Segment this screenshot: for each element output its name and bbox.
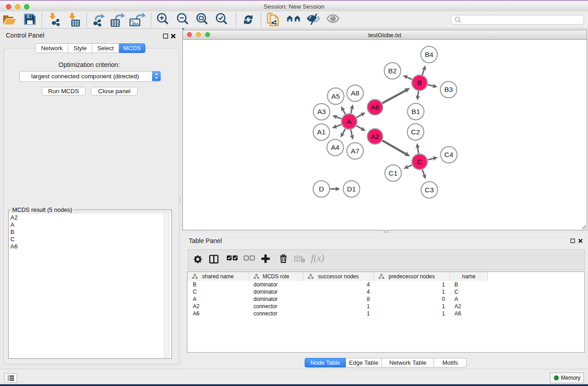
- svg-text:A4: A4: [331, 143, 339, 151]
- svg-text:A6: A6: [371, 103, 379, 111]
- svg-text:B1: B1: [411, 108, 420, 115]
- svg-text:B4: B4: [425, 51, 434, 58]
- svg-text:A1: A1: [317, 128, 326, 136]
- svg-text:B2: B2: [388, 67, 397, 75]
- svg-text:A3: A3: [317, 108, 326, 115]
- svg-text:A: A: [347, 118, 352, 125]
- svg-text:A7: A7: [351, 147, 359, 155]
- svg-text:B: B: [417, 79, 422, 86]
- svg-text:A5: A5: [331, 92, 340, 100]
- svg-text:D: D: [319, 185, 324, 193]
- svg-text:A2: A2: [371, 133, 379, 140]
- svg-text:A8: A8: [351, 89, 359, 97]
- svg-text:B3: B3: [445, 86, 453, 93]
- svg-text:C1: C1: [389, 169, 398, 177]
- svg-text:C2: C2: [411, 128, 420, 136]
- svg-text:C3: C3: [425, 186, 434, 194]
- svg-text:C: C: [417, 158, 422, 166]
- svg-text:D1: D1: [347, 185, 356, 193]
- svg-text:C4: C4: [445, 151, 454, 158]
